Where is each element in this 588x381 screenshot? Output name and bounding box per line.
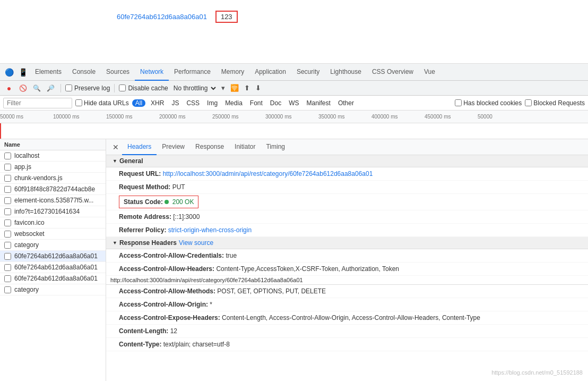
tab-lighthouse[interactable]: Lighthouse [325, 64, 367, 81]
tab-sources[interactable]: Sources [101, 64, 135, 81]
filter-doc-btn[interactable]: Doc [268, 99, 283, 107]
tab-application[interactable]: Application [249, 64, 291, 81]
file-checkbox-favicon[interactable] [4, 219, 11, 226]
preserve-log-label[interactable]: Preserve log [65, 84, 110, 92]
status-code-key: Status Code: [124, 198, 163, 206]
filter-ws-btn[interactable]: WS [287, 99, 301, 107]
file-name-hash3: 60fe7264ab612d6aa8a06a01 [14, 275, 98, 282]
filter-xhr-btn[interactable]: XHR [149, 99, 166, 107]
throttle-select[interactable]: No throttling [170, 84, 218, 92]
filter-manifest-btn[interactable]: Manifest [305, 99, 333, 107]
hide-data-urls-label[interactable]: Hide data URLs [75, 99, 129, 107]
referrer-policy-row: Referrer Policy: strict-origin-when-cros… [106, 224, 588, 237]
filter-css-btn[interactable]: CSS [184, 99, 202, 107]
file-checkbox-category2[interactable] [4, 286, 11, 293]
preserve-log-checkbox[interactable] [65, 84, 72, 91]
file-checkbox-60f918[interactable] [4, 186, 11, 193]
acc-cred-key: Access-Control-Allow-Credentials: [119, 252, 224, 259]
file-checkbox-appjs[interactable] [4, 164, 11, 171]
file-checkbox-chunk[interactable] [4, 175, 11, 182]
filter-font-btn[interactable]: Font [248, 99, 265, 107]
file-checkbox-category[interactable] [4, 242, 11, 249]
has-blocked-cookies-label[interactable]: Has blocked cookies [455, 99, 522, 107]
inspect-element-icon[interactable]: 🔵 [2, 65, 16, 79]
general-title: General [119, 157, 143, 165]
file-item-hash2[interactable]: 60fe7264ab612d6aa8a06a01 [0, 262, 106, 273]
file-item-hash1[interactable]: 60fe7264ab612d6aa8a06a01 [0, 251, 106, 262]
throttle-dropdown-icon[interactable]: ▾ [220, 84, 227, 92]
tab-security[interactable]: Security [291, 64, 325, 81]
clear-button[interactable]: 🚫 [17, 82, 29, 94]
filter-other-btn[interactable]: Other [336, 99, 356, 107]
file-item-localhost[interactable]: localhost [0, 150, 106, 162]
file-item-60f918[interactable]: 60f918f48c87822d744acb8e [0, 184, 106, 195]
file-item-category2[interactable]: category [0, 284, 106, 295]
tab-console[interactable]: Console [67, 64, 101, 81]
device-toggle-icon[interactable]: 📱 [16, 65, 30, 79]
acc-methods-row: Access-Control-Allow-Methods: POST, GET,… [106, 285, 588, 298]
hide-data-urls-checkbox[interactable] [75, 99, 82, 106]
search-icon-btn[interactable]: 🔎 [45, 82, 56, 94]
disable-cache-label[interactable]: Disable cache [119, 84, 168, 92]
filter-media-btn[interactable]: Media [223, 99, 245, 107]
file-checkbox-websocket[interactable] [4, 231, 11, 238]
tab-memory[interactable]: Memory [216, 64, 249, 81]
tab-network[interactable]: Network [135, 64, 169, 81]
toolbar-row: ● 🚫 🔍 🔎 Preserve log Disable cache No th… [0, 81, 588, 96]
detail-close-icon[interactable]: ✕ [109, 143, 122, 151]
disable-cache-checkbox[interactable] [119, 84, 126, 91]
offline-icon[interactable]: 🛜 [229, 84, 240, 92]
tooltip-url-text: http://localhost:3000/admin/api/rest/cat… [110, 277, 303, 283]
blocked-requests-checkbox[interactable] [525, 99, 532, 106]
tab-preview[interactable]: Preview [157, 139, 190, 155]
file-item-element-icons[interactable]: element-icons.535877f5.w... [0, 195, 106, 206]
tab-css-overview[interactable]: CSS Overview [367, 64, 419, 81]
file-item-category[interactable]: category [0, 240, 106, 251]
filter-input[interactable] [3, 98, 72, 108]
request-url-value: http://localhost:3000/admin/api/rest/cat… [163, 170, 373, 177]
acc-expose-key: Access-Control-Expose-Headers: [119, 314, 220, 321]
tick-6: 350000 ms [318, 114, 344, 120]
file-checkbox-hash3[interactable] [4, 275, 11, 282]
filter-js-btn[interactable]: JS [169, 99, 181, 107]
file-list-panel: Name localhost app.js chunk-vendors.js 6… [0, 139, 106, 381]
tab-response[interactable]: Response [190, 139, 229, 155]
file-item-info[interactable]: info?t=1627301641634 [0, 206, 106, 217]
file-item-hash3[interactable]: 60fe7264ab612d6aa8a06a01 [0, 273, 106, 284]
download-icon[interactable]: ⬇ [254, 84, 263, 92]
file-item-chunk[interactable]: chunk-vendors.js [0, 173, 106, 184]
separator-1 [60, 84, 61, 92]
file-checkbox-localhost[interactable] [4, 153, 11, 159]
record-button[interactable]: ● [3, 82, 15, 94]
file-checkbox-hash1[interactable] [4, 253, 11, 260]
tab-initiator[interactable]: Initiator [229, 139, 261, 155]
referrer-policy-value: strict-origin-when-cross-origin [168, 226, 252, 234]
response-headers-section-header: ▼ Response Headers View source [106, 237, 588, 249]
blocked-requests-label[interactable]: Blocked Requests [525, 99, 585, 107]
file-checkbox-info[interactable] [4, 208, 11, 215]
file-item-websocket[interactable]: websocket [0, 228, 106, 240]
headers-content: ▼ General Request URL: http://localhost:… [106, 155, 588, 351]
watermark: https://blog.csdn.net/m0_51592188 [491, 369, 583, 376]
timeline-ruler: 50000 ms 100000 ms 150000 ms 200000 ms 2… [0, 111, 588, 123]
tab-headers[interactable]: Headers [122, 139, 157, 155]
filter-img-btn[interactable]: Img [205, 99, 220, 107]
tab-timing[interactable]: Timing [261, 139, 290, 155]
tab-vue[interactable]: Vue [419, 64, 440, 81]
file-item-appjs[interactable]: app.js [0, 162, 106, 173]
timeline-red-line [0, 123, 1, 139]
view-source-link[interactable]: View source [179, 239, 213, 247]
file-item-favicon[interactable]: favicon.ico [0, 217, 106, 228]
filter-icon-btn[interactable]: 🔍 [31, 82, 42, 94]
filter-all-btn[interactable]: All [132, 99, 145, 107]
file-checkbox-hash2[interactable] [4, 264, 11, 271]
file-name-category: category [14, 241, 39, 249]
upload-icon[interactable]: ⬆ [243, 84, 252, 92]
url-tooltip-bar: http://localhost:3000/admin/api/rest/cat… [106, 276, 588, 285]
file-name-appjs: app.js [14, 163, 31, 171]
has-blocked-cookies-checkbox[interactable] [455, 99, 462, 106]
tab-elements[interactable]: Elements [30, 64, 67, 81]
tab-performance[interactable]: Performance [169, 64, 216, 81]
tick-8: 450000 ms [425, 114, 451, 120]
file-checkbox-element-icons[interactable] [4, 197, 11, 204]
